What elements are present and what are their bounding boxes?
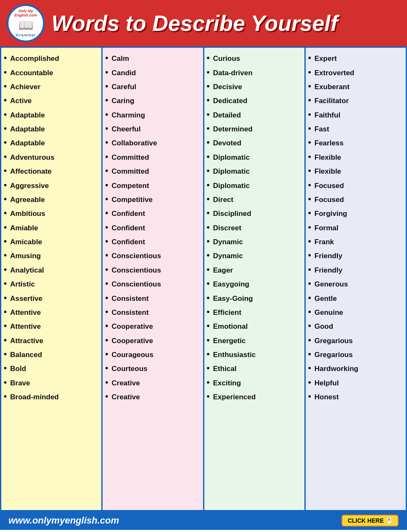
list-item: Caring <box>105 93 200 107</box>
list-item: Courageous <box>105 347 200 361</box>
list-item: Expert <box>308 51 403 65</box>
list-item: Fast <box>308 122 403 136</box>
list-item: Gregarious <box>308 347 403 361</box>
list-item: Cheerful <box>105 122 200 136</box>
list-item: Consistent <box>105 305 200 319</box>
list-item: Confident <box>105 235 200 248</box>
list-item: Exuberant <box>308 79 403 93</box>
list-item: Friendly <box>308 263 403 277</box>
list-item: Adaptable <box>4 108 99 122</box>
list-item: Creative <box>105 376 200 390</box>
page-title: Words to Describe Yourself <box>52 12 400 34</box>
click-here-label: CLICK HERE <box>347 517 384 524</box>
list-item: Good <box>308 319 403 333</box>
col1-list: AccomplishedAccountableAchieverActiveAda… <box>4 51 99 404</box>
list-item: Emotional <box>207 319 302 333</box>
list-item: Courteous <box>105 361 200 375</box>
list-item: Aggressive <box>4 178 99 192</box>
list-item: Helpful <box>308 376 403 390</box>
list-item: Devoted <box>207 136 302 150</box>
list-item: Efficient <box>207 305 302 319</box>
list-item: Candid <box>105 65 200 79</box>
list-item: Analytical <box>4 263 99 277</box>
list-item: Careful <box>105 79 200 93</box>
list-item: Flexible <box>308 150 403 164</box>
list-item: Amiable <box>4 221 99 235</box>
list-item: Disciplined <box>207 206 302 220</box>
list-item: Determined <box>207 122 302 136</box>
list-item: Cooperative <box>105 333 200 347</box>
list-item: Committed <box>105 164 200 178</box>
list-item: Hardworking <box>308 361 403 375</box>
list-item: Curious <box>207 51 302 65</box>
col3-list: CuriousData-drivenDecisiveDedicatedDetai… <box>207 51 302 404</box>
list-item: Artistic <box>4 277 99 291</box>
list-item: Adaptable <box>4 136 99 150</box>
list-item: Bold <box>4 361 99 375</box>
list-item: Facilitator <box>308 93 403 107</box>
list-item: Ambitious <box>4 206 99 220</box>
list-item: Conscientious <box>105 263 200 277</box>
list-item: Consistent <box>105 291 200 305</box>
list-item: Cooperative <box>105 319 200 333</box>
list-item: Experienced <box>207 390 302 404</box>
list-item: Adaptable <box>4 122 99 136</box>
list-item: Attractive <box>4 333 99 347</box>
column-1: AccomplishedAccountableAchieverActiveAda… <box>1 48 103 510</box>
list-item: Charming <box>105 108 200 122</box>
list-item: Conscientious <box>105 248 200 262</box>
list-item: Dedicated <box>207 93 302 107</box>
list-item: Competent <box>105 178 200 192</box>
click-here-button[interactable]: CLICK HERE 🖱️ <box>342 515 399 527</box>
list-item: Focused <box>308 192 403 206</box>
list-item: Agreeable <box>4 192 99 206</box>
list-item: Calm <box>105 51 200 65</box>
list-item: Gentle <box>308 291 403 305</box>
list-item: Confident <box>105 221 200 235</box>
logo: Only My English.com 📖 ★ ★ Grammar <box>7 4 45 42</box>
list-item: Assertive <box>4 291 99 305</box>
list-item: Accountable <box>4 65 99 79</box>
list-item: Conscientious <box>105 277 200 291</box>
column-2: CalmCandidCarefulCaringCharmingCheerfulC… <box>103 48 204 510</box>
list-item: Collaborative <box>105 136 200 150</box>
list-item: Forgiving <box>308 206 403 220</box>
list-item: Amusing <box>4 248 99 262</box>
list-item: Dynamic <box>207 248 302 262</box>
list-item: Discreet <box>207 221 302 235</box>
list-item: Amicable <box>4 235 99 248</box>
list-item: Easy-Going <box>207 291 302 305</box>
list-item: Diplomatic <box>207 178 302 192</box>
list-item: Diplomatic <box>207 150 302 164</box>
list-item: Confident <box>105 206 200 220</box>
list-item: Affectionate <box>4 164 99 178</box>
list-item: Genuine <box>308 305 403 319</box>
list-item: Gregarious <box>308 333 403 347</box>
list-item: Data-driven <box>207 65 302 79</box>
list-item: Detailed <box>207 108 302 122</box>
list-item: Achiever <box>4 79 99 93</box>
list-item: Exciting <box>207 376 302 390</box>
list-item: Accomplished <box>4 51 99 65</box>
list-item: Attentive <box>4 305 99 319</box>
list-item: Creative <box>105 390 200 404</box>
list-item: Ethical <box>207 361 302 375</box>
list-item: Enthusiastic <box>207 347 302 361</box>
list-item: Direct <box>207 192 302 206</box>
list-item: Flexible <box>308 164 403 178</box>
list-item: Honest <box>308 390 403 404</box>
list-item: Decisive <box>207 79 302 93</box>
list-item: Eager <box>207 263 302 277</box>
list-item: Extroverted <box>308 65 403 79</box>
footer-url: www.onlymyenglish.com <box>8 515 119 526</box>
list-item: Diplomatic <box>207 164 302 178</box>
list-item: Faithful <box>308 108 403 122</box>
list-item: Dynamic <box>207 235 302 248</box>
logo-top-text: Only My English.com <box>8 9 43 18</box>
list-item: Easygoing <box>207 277 302 291</box>
list-item: Attentive <box>4 319 99 333</box>
col2-list: CalmCandidCarefulCaringCharmingCheerfulC… <box>105 51 200 404</box>
list-item: Broad-minded <box>4 390 99 404</box>
list-item: Friendly <box>308 248 403 262</box>
list-item: Competitive <box>105 192 200 206</box>
